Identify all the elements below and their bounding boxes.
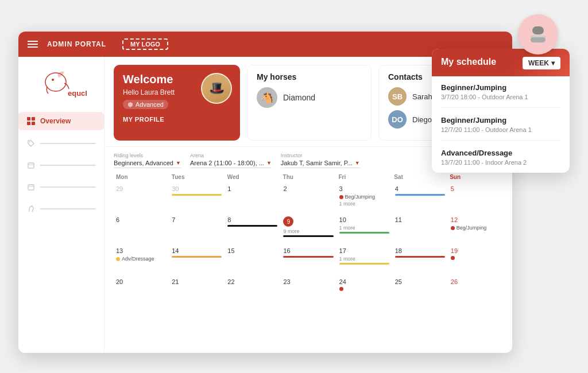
cal-cell-3-1[interactable]: 21	[169, 277, 224, 306]
sidebar-item-tags[interactable]	[18, 135, 104, 152]
schedule-item-detail-2: 13/7/20 11:00 - Indoor Arena 2	[441, 159, 560, 166]
cal-day-header-tues: Tues	[169, 173, 225, 181]
schedule-item-0[interactable]: Beginner/Jumping3/7/20 18:00 - Outdoor A…	[441, 83, 560, 108]
riding-levels-arrow: ▼	[176, 160, 181, 166]
filter-riding-levels: Riding levels Beginners, Advanced ▼	[114, 153, 181, 168]
week-button[interactable]: WEEK ▾	[523, 57, 560, 69]
event-bar	[283, 235, 333, 237]
hamburger-button[interactable]	[28, 41, 38, 48]
cal-date-num: 11	[395, 216, 445, 223]
cal-cell-2-2[interactable]: 15	[225, 246, 280, 275]
cal-cell-2-3[interactable]: 16	[281, 246, 335, 275]
instructor-arrow: ▼	[355, 160, 360, 166]
cal-cell-1-3[interactable]: 99 more	[281, 215, 335, 244]
cal-date-num: 21	[172, 278, 222, 285]
sidebar-item-overview[interactable]: Overview	[18, 112, 104, 130]
schedule-item-title-0: Beginner/Jumping	[441, 83, 560, 92]
cal-date-num: 15	[227, 247, 277, 254]
cal-cell-0-6[interactable]: 5	[448, 184, 503, 213]
cal-cell-3-0[interactable]: 20	[114, 277, 168, 306]
scene: ADMIN PORTAL MY LOGO equclub	[18, 14, 570, 359]
schedule-item-1[interactable]: Beginner/Jumping12/7/20 11:00 - Outdoor …	[441, 116, 560, 141]
cal-date-num: 1	[227, 185, 277, 192]
event-line: Beg/Jumping	[339, 194, 389, 200]
cal-cell-1-5[interactable]: 11	[393, 215, 447, 244]
cal-cell-0-4[interactable]: 3Beg/Jumping1 more	[337, 184, 392, 213]
cal-day-header-sat: Sat	[392, 173, 447, 181]
event-more: 1 more	[339, 256, 355, 262]
cal-cell-2-0[interactable]: 13Adv/Dressage	[114, 246, 168, 275]
horse-item[interactable]: 🐴 Diamond	[257, 87, 362, 108]
cal-cell-1-4[interactable]: 101 more	[337, 215, 392, 244]
brand-logo: equclub	[36, 66, 87, 103]
event-label: Adv/Dressage	[122, 256, 154, 262]
instructor-select[interactable]: Jakub T, Samir Samir, P... ▼	[281, 160, 360, 168]
logo-button[interactable]: MY LOGO	[122, 38, 168, 50]
cal-date-num: 25	[395, 278, 445, 285]
event-label: Beg/Jumping	[345, 194, 376, 200]
event-more: 1 more	[339, 201, 355, 207]
schedule-header: My schedule WEEK ▾	[432, 49, 570, 76]
cal-cell-3-4[interactable]: 24	[337, 277, 392, 306]
chevron-down-icon: ▾	[551, 59, 555, 67]
event-dot	[339, 195, 343, 199]
cal-date-num: 13	[116, 247, 166, 254]
cal-cell-2-1[interactable]: 14	[169, 246, 224, 275]
calendar-icon	[26, 161, 36, 170]
event-bar	[172, 194, 222, 196]
cal-cell-3-3[interactable]: 23	[281, 277, 335, 306]
cal-cell-1-0[interactable]: 6	[114, 215, 168, 244]
arena-select[interactable]: Arena 2 (11:00 - 18:00), ... ▼	[190, 160, 272, 168]
horses-card: My horses 🐴 Diamond	[247, 65, 372, 141]
event-line	[339, 263, 389, 265]
my-profile-link[interactable]: MY PROFILE	[123, 116, 231, 123]
cal-cell-3-2[interactable]: 22	[225, 277, 280, 306]
svg-point-10	[29, 142, 30, 143]
filter-instructor: Instructor Jakub T, Samir Samir, P... ▼	[281, 153, 360, 168]
schedule-item-2[interactable]: Advanced/Dressage13/7/20 11:00 - Indoor …	[441, 149, 560, 166]
cal-cell-3-6[interactable]: 26	[448, 277, 503, 306]
cal-date-num: 6	[116, 216, 166, 223]
svg-rect-9	[32, 122, 35, 125]
cal-date-num: 18	[395, 247, 445, 254]
riding-levels-value: Beginners, Advanced	[114, 160, 173, 166]
event-more: 9 more	[283, 228, 299, 234]
svg-rect-0	[532, 26, 544, 34]
cal-cell-0-0[interactable]: 29	[114, 184, 168, 213]
event-line	[172, 256, 222, 258]
cal-date-num: 17	[339, 247, 389, 254]
schedule-item-detail-0: 3/7/20 18:00 - Outdoor Arena 1	[441, 94, 560, 100]
cal-cell-0-5[interactable]: 4	[393, 184, 447, 213]
event-bar	[339, 232, 389, 234]
event-line: Adv/Dressage	[116, 256, 166, 262]
calendar-grid: MonTuesWedThuFriSatSun2930123Beg/Jumping…	[114, 173, 503, 306]
cal-cell-2-6[interactable]: 19	[448, 246, 503, 275]
riding-levels-select[interactable]: Beginners, Advanced ▼	[114, 160, 181, 168]
arena-value: Arena 2 (11:00 - 18:00), ...	[190, 160, 264, 166]
cal-cell-3-5[interactable]: 25	[393, 277, 447, 306]
cal-date-num: 5	[451, 185, 501, 192]
sidebar-item-horse[interactable]	[18, 200, 104, 217]
cal-cell-0-1[interactable]: 30	[169, 184, 224, 213]
sidebar-item-calendar[interactable]	[18, 157, 104, 174]
cal-cell-0-2[interactable]: 1	[225, 184, 280, 213]
svg-rect-1	[531, 37, 546, 42]
svg-text:equclub: equclub	[68, 89, 87, 98]
cal-cell-1-6[interactable]: 12Beg/Jumping	[448, 215, 503, 244]
cal-cell-1-1[interactable]: 7	[169, 215, 224, 244]
cal-day-header-thu: Thu	[281, 173, 336, 181]
cal-cell-2-5[interactable]: 18	[393, 246, 447, 275]
cal-day-header-wed: Wed	[225, 173, 281, 181]
sidebar-item-calendar2[interactable]	[18, 178, 104, 196]
schedule-item-title-2: Advanced/Dressage	[441, 149, 560, 157]
cal-cell-0-3[interactable]: 2	[281, 184, 335, 213]
floating-avatar[interactable]	[518, 14, 558, 55]
event-line: 1 more	[339, 201, 389, 207]
cal-cell-2-4[interactable]: 171 more	[337, 246, 392, 275]
cal-cell-1-2[interactable]: 8	[225, 215, 280, 244]
event-bar	[172, 256, 222, 258]
cal-date-num: 16	[283, 247, 333, 254]
calendar2-icon	[26, 182, 36, 192]
event-line	[339, 287, 389, 291]
arena-arrow: ▼	[266, 160, 272, 166]
